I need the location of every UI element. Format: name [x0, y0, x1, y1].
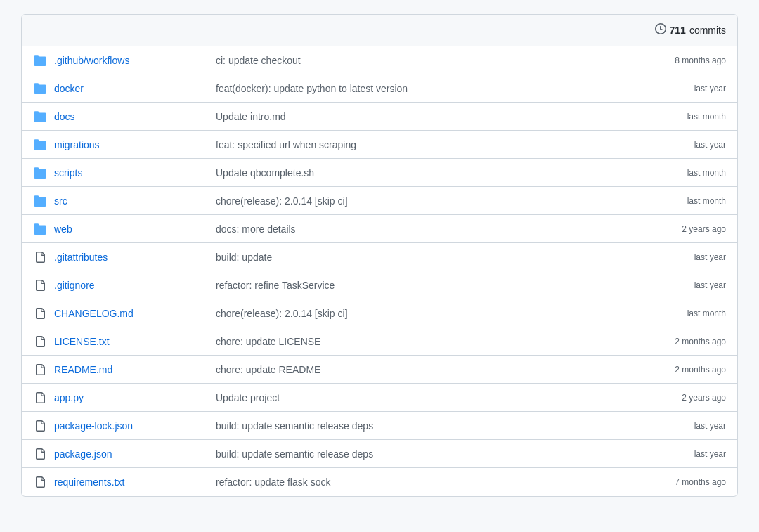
- commit-message-col: chore(release): 2.0.14 [skip ci]: [216, 308, 635, 319]
- folder-icon: [33, 167, 47, 179]
- commit-message-link[interactable]: feat(docker): update python to latest ve…: [216, 83, 408, 94]
- commit-time: last year: [642, 280, 726, 290]
- file-name-col: .gitignore: [54, 280, 209, 291]
- commit-message-link[interactable]: build: update semantic release deps: [216, 420, 373, 432]
- file-name-col: README.md: [54, 364, 209, 375]
- table-row: scripts Update qbcomplete.sh last month: [22, 159, 737, 187]
- file-name-link[interactable]: app.py: [54, 392, 84, 403]
- commit-message-link[interactable]: build: update: [216, 252, 272, 263]
- commit-time: last year: [642, 421, 726, 431]
- commit-message-col: Update project: [216, 392, 635, 403]
- file-name-link[interactable]: requirements.txt: [54, 476, 124, 488]
- commit-time: last month: [642, 112, 726, 122]
- commit-time: last year: [642, 84, 726, 93]
- header-row: 711 commits: [22, 15, 737, 46]
- commit-message-col: refactor: update flask sock: [216, 476, 635, 488]
- table-row: package-lock.json build: update semantic…: [22, 412, 737, 440]
- file-name-col: requirements.txt: [54, 476, 209, 488]
- file-name-link[interactable]: LICENSE.txt: [54, 336, 110, 347]
- commit-message-col: chore: update README: [216, 364, 635, 375]
- commit-message-link[interactable]: chore(release): 2.0.14 [skip ci]: [216, 195, 348, 207]
- commit-message-col: build: update: [216, 252, 635, 263]
- table-row: CHANGELOG.md chore(release): 2.0.14 [ski…: [22, 299, 737, 327]
- commit-message-col: ci: update checkout: [216, 55, 635, 66]
- commit-message-col: chore: update LICENSE: [216, 336, 635, 347]
- file-name-link[interactable]: package-lock.json: [54, 420, 133, 432]
- table-row: requirements.txt refactor: update flask …: [22, 468, 737, 496]
- file-name-link[interactable]: .github/workflows: [54, 55, 129, 66]
- file-name-col: LICENSE.txt: [54, 336, 209, 347]
- folder-icon: [33, 82, 47, 95]
- file-icon: [33, 420, 47, 432]
- table-row: web docs: more details 2 years ago: [22, 215, 737, 243]
- table-row: docker feat(docker): update python to la…: [22, 74, 737, 103]
- commit-time: last year: [642, 140, 726, 150]
- file-browser: 711 commits .github/workflows ci: update…: [21, 14, 738, 497]
- file-icon: [33, 280, 47, 291]
- commit-message-link[interactable]: Update intro.md: [216, 111, 286, 122]
- file-name-link[interactable]: README.md: [54, 364, 112, 375]
- file-name-col: package.json: [54, 448, 209, 460]
- file-name-link[interactable]: .gitignore: [54, 280, 95, 291]
- commits-link[interactable]: 711 commits: [655, 23, 726, 37]
- commit-message-link[interactable]: chore: update README: [216, 364, 320, 375]
- file-name-col: scripts: [54, 167, 209, 179]
- file-name-link[interactable]: docker: [54, 83, 84, 94]
- commit-message-link[interactable]: refactor: update flask sock: [216, 476, 330, 488]
- file-name-link[interactable]: migrations: [54, 139, 100, 150]
- commit-message-link[interactable]: chore: update LICENSE: [216, 336, 320, 347]
- file-name-link[interactable]: src: [54, 195, 67, 207]
- file-name-col: migrations: [54, 139, 209, 150]
- commit-message-col: build: update semantic release deps: [216, 448, 635, 460]
- file-name-link[interactable]: .gitattributes: [54, 252, 108, 263]
- file-name-link[interactable]: web: [54, 223, 72, 235]
- commit-time: last month: [642, 309, 726, 318]
- commit-message-link[interactable]: Update qbcomplete.sh: [216, 167, 314, 179]
- commit-message-link[interactable]: build: update semantic release deps: [216, 448, 373, 460]
- file-name-link[interactable]: package.json: [54, 448, 112, 460]
- commit-time: 8 months ago: [642, 56, 726, 65]
- commit-time: last month: [642, 168, 726, 178]
- commit-message-link[interactable]: Update project: [216, 392, 280, 403]
- folder-icon: [33, 223, 47, 235]
- file-name-link[interactable]: CHANGELOG.md: [54, 308, 134, 319]
- table-row: .gitignore refactor: refine TaskService …: [22, 271, 737, 299]
- commit-time: last month: [642, 196, 726, 206]
- file-name-col: package-lock.json: [54, 420, 209, 432]
- commit-message-link[interactable]: docs: more details: [216, 223, 296, 235]
- file-name-col: app.py: [54, 392, 209, 403]
- commit-message-link[interactable]: chore(release): 2.0.14 [skip ci]: [216, 308, 348, 319]
- table-row: package.json build: update semantic rele…: [22, 440, 737, 468]
- file-icon: [33, 252, 47, 263]
- file-icon: [33, 336, 47, 347]
- file-list: .github/workflows ci: update checkout 8 …: [22, 46, 737, 496]
- commit-message-col: Update qbcomplete.sh: [216, 167, 635, 179]
- table-row: migrations feat: specified url when scra…: [22, 131, 737, 159]
- commit-time: last year: [642, 252, 726, 262]
- table-row: app.py Update project 2 years ago: [22, 384, 737, 412]
- file-name-link[interactable]: docs: [54, 111, 75, 122]
- file-name-col: web: [54, 223, 209, 235]
- commit-message-link[interactable]: refactor: refine TaskService: [216, 280, 335, 291]
- folder-icon: [33, 138, 47, 151]
- clock-icon: [655, 23, 666, 37]
- file-icon: [33, 448, 47, 460]
- commit-time: 2 months ago: [642, 337, 726, 346]
- commit-message-col: docs: more details: [216, 223, 635, 235]
- commit-message-col: Update intro.md: [216, 111, 635, 122]
- commit-message-link[interactable]: feat: specified url when scraping: [216, 139, 356, 150]
- file-name-link[interactable]: scripts: [54, 167, 82, 179]
- file-icon: [33, 392, 47, 403]
- commits-count: 711: [670, 25, 686, 36]
- table-row: LICENSE.txt chore: update LICENSE 2 mont…: [22, 327, 737, 356]
- file-name-col: .gitattributes: [54, 252, 209, 263]
- folder-icon: [33, 195, 47, 207]
- commit-message-link[interactable]: ci: update checkout: [216, 55, 301, 66]
- file-icon: [33, 308, 47, 319]
- commit-message-col: refactor: refine TaskService: [216, 280, 635, 291]
- table-row: README.md chore: update README 2 months …: [22, 356, 737, 384]
- table-row: .github/workflows ci: update checkout 8 …: [22, 46, 737, 74]
- file-icon: [33, 364, 47, 375]
- file-name-col: docker: [54, 83, 209, 94]
- file-icon: [33, 476, 47, 488]
